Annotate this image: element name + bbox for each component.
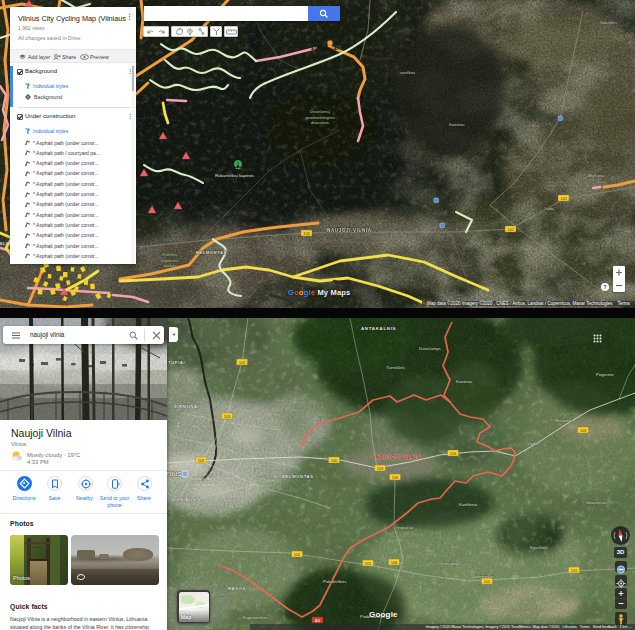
svg-text:Veliučionys: Veliučionys bbox=[438, 561, 461, 566]
svg-text:Pavilnių: Pavilnių bbox=[258, 474, 273, 479]
svg-text:Pakalniškės: Pakalniškės bbox=[323, 579, 347, 584]
svg-text:106: 106 bbox=[391, 560, 398, 565]
svg-text:Kairėnai: Kairėnai bbox=[449, 122, 464, 127]
svg-text:Kairėnai: Kairėnai bbox=[456, 379, 472, 384]
svg-text:ANTAVILIAI: ANTAVILIAI bbox=[311, 46, 339, 51]
svg-text:ANTAKALNIS: ANTAKALNIS bbox=[361, 326, 396, 331]
svg-text:103: 103 bbox=[224, 414, 231, 419]
svg-text:103: 103 bbox=[560, 196, 567, 201]
svg-text:parkas: parkas bbox=[259, 485, 272, 490]
svg-text:103: 103 bbox=[303, 231, 310, 236]
svg-text:Onos bažnyčia: Onos bažnyčia bbox=[191, 482, 220, 487]
svg-text:103: 103 bbox=[450, 451, 457, 456]
svg-text:regioninis: regioninis bbox=[161, 258, 179, 263]
svg-text:Lyda: Lyda bbox=[528, 441, 538, 446]
svg-text:parkas: parkas bbox=[164, 263, 177, 268]
svg-text:Karklėnai: Karklėnai bbox=[459, 502, 477, 507]
svg-text:Lyda: Lyda bbox=[545, 206, 555, 211]
svg-text:102: 102 bbox=[507, 227, 514, 232]
svg-text:Skaisteriai: Skaisteriai bbox=[586, 500, 606, 505]
svg-text:draustinis: draustinis bbox=[311, 120, 329, 125]
svg-text:102: 102 bbox=[239, 360, 246, 365]
svg-text:variškės: variškės bbox=[400, 70, 415, 75]
svg-text:Google: Google bbox=[369, 610, 398, 619]
svg-text:ŽIRMŪNAI: ŽIRMŪNAI bbox=[174, 404, 199, 409]
svg-text:Pavilnių: Pavilnių bbox=[163, 252, 178, 257]
svg-text:NAUJOJI VILNIA: NAUJOJI VILNIA bbox=[327, 228, 372, 233]
svg-text:Šatrininkai: Šatrininkai bbox=[473, 574, 494, 579]
svg-text:Pogerinė: Pogerinė bbox=[596, 372, 614, 377]
svg-text:103: 103 bbox=[377, 466, 384, 471]
svg-text:NAUJOJI VILNIA: NAUJOJI VILNIA bbox=[376, 455, 421, 460]
svg-text:Turniškės: Turniškės bbox=[386, 365, 406, 370]
svg-text:Dvarčionys: Dvarčionys bbox=[419, 346, 442, 351]
svg-text:101: 101 bbox=[365, 561, 372, 566]
svg-text:Mickūnai: Mickūnai bbox=[555, 418, 572, 423]
svg-text:101: 101 bbox=[571, 568, 578, 573]
svg-text:106: 106 bbox=[392, 475, 399, 480]
svg-text:101: 101 bbox=[294, 552, 301, 557]
svg-text:103: 103 bbox=[580, 428, 587, 433]
svg-text:A3: A3 bbox=[315, 618, 321, 623]
svg-text:102: 102 bbox=[198, 458, 205, 463]
svg-text:V niaus Šv.: V niaus Šv. bbox=[191, 476, 212, 481]
svg-text:VILNIAUS S: VILNIAUS S bbox=[172, 497, 201, 502]
svg-text:TUPIAI: TUPIAI bbox=[168, 360, 185, 365]
svg-text:Dvarčionių: Dvarčionių bbox=[310, 109, 330, 114]
svg-text:BELMONTAS: BELMONTAS bbox=[196, 250, 227, 255]
svg-text:Kuprioniškės: Kuprioniškės bbox=[243, 615, 269, 620]
svg-text:BELMONTAS: BELMONTAS bbox=[282, 474, 314, 479]
svg-text:regioninis: regioninis bbox=[256, 480, 274, 485]
svg-text:Kyviškės: Kyviškės bbox=[530, 545, 548, 550]
svg-text:Rokantiškių kapinės: Rokantiškių kapinės bbox=[215, 173, 255, 178]
svg-text:Sakiškės: Sakiškės bbox=[600, 20, 617, 25]
svg-text:100: 100 bbox=[331, 458, 338, 463]
svg-text:Grigaičiai: Grigaičiai bbox=[395, 525, 413, 530]
svg-text:Mickūnai: Mickūnai bbox=[588, 173, 605, 178]
svg-text:geomorfologinis: geomorfologinis bbox=[305, 115, 335, 120]
svg-text:101: 101 bbox=[484, 579, 491, 584]
svg-text:RASOS: RASOS bbox=[228, 586, 246, 591]
